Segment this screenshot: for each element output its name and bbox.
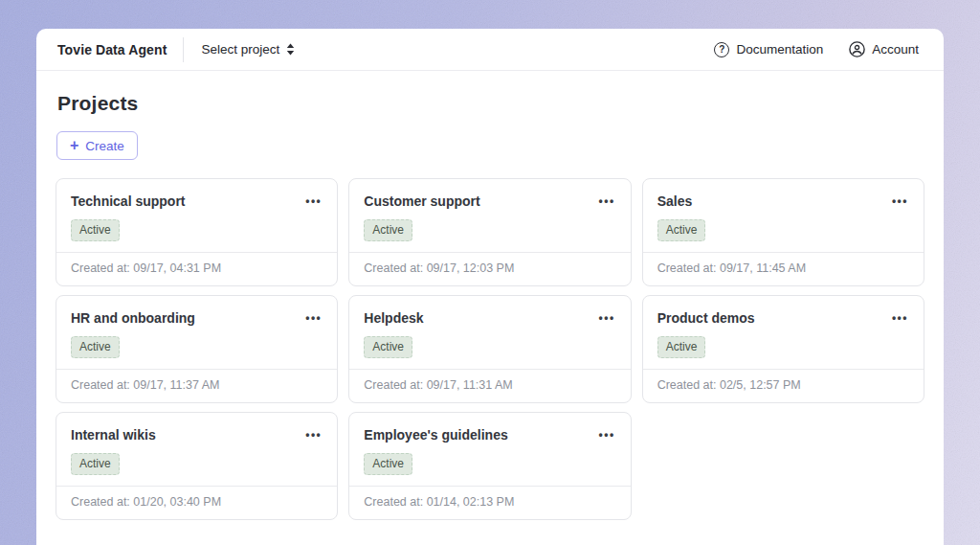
created-at-text: Created at: 09/17, 11:45 AM (643, 253, 924, 285)
app-window: Tovie Data Agent Select project ? Docume… (36, 29, 944, 545)
status-badge: Active (71, 453, 120, 475)
ellipsis-menu-icon[interactable]: ••• (305, 195, 322, 207)
project-title: HR and onboarding (71, 310, 195, 326)
ellipsis-menu-icon[interactable]: ••• (892, 312, 908, 324)
sort-arrows-icon (286, 43, 295, 56)
nav-item-documentation[interactable]: ? Documentation (714, 42, 823, 57)
create-project-button[interactable]: + Create (56, 131, 138, 160)
created-at-text: Created at: 02/5, 12:57 PM (643, 370, 924, 402)
project-card[interactable]: Sales ••• Active Created at: 09/17, 11:4… (642, 178, 924, 286)
documentation-label: Documentation (736, 42, 823, 57)
projects-grid: Technical support ••• Active Created at:… (56, 178, 924, 520)
project-title: Sales (657, 193, 693, 209)
help-circle-icon: ? (714, 42, 729, 57)
ellipsis-menu-icon[interactable]: ••• (599, 312, 615, 324)
vertical-divider (183, 37, 184, 62)
desktop-background: Tovie Data Agent Select project ? Docume… (0, 0, 980, 545)
project-title: Product demos (657, 310, 755, 326)
project-title: Employee's guidelines (364, 427, 507, 443)
nav-item-account[interactable]: Account (849, 41, 919, 57)
status-badge: Active (364, 336, 412, 358)
project-title: Internal wikis (71, 427, 156, 443)
top-navigation-bar: Tovie Data Agent Select project ? Docume… (36, 29, 944, 71)
ellipsis-menu-icon[interactable]: ••• (892, 195, 908, 207)
status-badge: Active (364, 219, 412, 241)
created-at-text: Created at: 09/17, 04:31 PM (56, 253, 337, 285)
project-title: Technical support (71, 193, 186, 209)
status-badge: Active (657, 219, 706, 241)
ellipsis-menu-icon[interactable]: ••• (599, 429, 615, 441)
page-title: Projects (57, 92, 924, 115)
created-at-text: Created at: 09/17, 11:37 AM (56, 370, 337, 402)
status-badge: Active (364, 453, 412, 475)
project-card[interactable]: HR and onboarding ••• Active Created at:… (56, 295, 338, 403)
ellipsis-menu-icon[interactable]: ••• (599, 195, 615, 207)
project-card[interactable]: Product demos ••• Active Created at: 02/… (642, 295, 924, 403)
user-circle-icon (849, 41, 865, 57)
ellipsis-menu-icon[interactable]: ••• (305, 312, 322, 324)
project-card[interactable]: Customer support ••• Active Created at: … (348, 178, 631, 286)
status-badge: Active (71, 219, 120, 241)
ellipsis-menu-icon[interactable]: ••• (305, 429, 322, 441)
project-card[interactable]: Employee's guidelines ••• Active Created… (348, 412, 631, 520)
created-at-text: Created at: 01/14, 02:13 PM (349, 487, 630, 519)
project-card[interactable]: Helpdesk ••• Active Created at: 09/17, 1… (348, 295, 631, 403)
project-selector-dropdown[interactable]: Select project (201, 42, 295, 57)
created-at-text: Created at: 09/17, 12:03 PM (349, 253, 630, 285)
status-badge: Active (657, 336, 706, 358)
project-selector-label: Select project (201, 42, 279, 57)
plus-icon: + (70, 138, 78, 153)
main-content: Projects + Create Technical support ••• … (36, 71, 944, 545)
project-title: Helpdesk (364, 310, 423, 326)
account-label: Account (872, 42, 919, 57)
project-card[interactable]: Internal wikis ••• Active Created at: 01… (56, 412, 338, 520)
project-title: Customer support (364, 193, 479, 209)
app-brand: Tovie Data Agent (57, 42, 167, 57)
create-button-label: Create (85, 139, 124, 153)
status-badge: Active (71, 336, 120, 358)
created-at-text: Created at: 09/17, 11:31 AM (349, 370, 630, 402)
created-at-text: Created at: 01/20, 03:40 PM (56, 487, 337, 519)
project-card[interactable]: Technical support ••• Active Created at:… (56, 178, 338, 286)
